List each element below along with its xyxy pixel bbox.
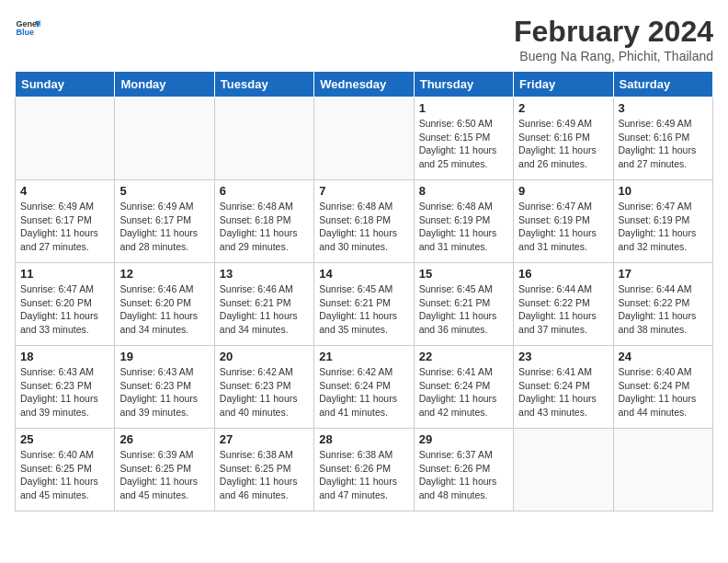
day-number: 23 <box>518 350 608 363</box>
logo: General Blue <box>15 15 40 40</box>
day-number: 3 <box>619 101 708 115</box>
day-info: Sunrise: 6:44 AM Sunset: 6:22 PM Dayligh… <box>619 282 708 337</box>
calendar-cell: 16Sunrise: 6:44 AM Sunset: 6:22 PM Dayli… <box>514 263 613 346</box>
calendar-cell: 21Sunrise: 6:42 AM Sunset: 6:24 PM Dayli… <box>314 346 414 429</box>
day-info: Sunrise: 6:48 AM Sunset: 6:18 PM Dayligh… <box>220 200 309 254</box>
day-number: 6 <box>220 184 309 198</box>
calendar-cell: 14Sunrise: 6:45 AM Sunset: 6:21 PM Dayli… <box>314 263 414 346</box>
day-number: 11 <box>20 267 109 281</box>
day-info: Sunrise: 6:49 AM Sunset: 6:17 PM Dayligh… <box>119 200 209 254</box>
calendar-cell: 23Sunrise: 6:41 AM Sunset: 6:24 PM Dayli… <box>514 346 613 429</box>
day-info: Sunrise: 6:39 AM Sunset: 6:25 PM Dayligh… <box>119 448 209 502</box>
day-info: Sunrise: 6:45 AM Sunset: 6:21 PM Dayligh… <box>319 282 408 337</box>
day-number: 2 <box>518 101 608 115</box>
month-title: February 2024 <box>514 15 713 49</box>
day-info: Sunrise: 6:50 AM Sunset: 6:15 PM Dayligh… <box>419 117 508 171</box>
location-title: Bueng Na Rang, Phichit, Thailand <box>514 49 713 63</box>
calendar-cell <box>115 98 214 180</box>
day-number: 12 <box>119 267 209 281</box>
day-number: 7 <box>319 184 408 198</box>
calendar-cell <box>214 98 313 180</box>
calendar-cell: 12Sunrise: 6:46 AM Sunset: 6:20 PM Dayli… <box>115 263 214 346</box>
week-row-3: 11Sunrise: 6:47 AM Sunset: 6:20 PM Dayli… <box>16 263 713 346</box>
day-info: Sunrise: 6:37 AM Sunset: 6:26 PM Dayligh… <box>419 448 508 502</box>
day-number: 8 <box>419 184 508 198</box>
day-info: Sunrise: 6:47 AM Sunset: 6:19 PM Dayligh… <box>518 200 608 254</box>
weekday-header-wednesday: Wednesday <box>314 72 414 98</box>
day-number: 26 <box>119 432 209 446</box>
calendar-cell <box>314 98 414 180</box>
day-info: Sunrise: 6:47 AM Sunset: 6:19 PM Dayligh… <box>619 200 708 254</box>
calendar-cell: 10Sunrise: 6:47 AM Sunset: 6:19 PM Dayli… <box>613 180 712 263</box>
day-info: Sunrise: 6:45 AM Sunset: 6:21 PM Dayligh… <box>419 282 508 337</box>
day-number: 14 <box>319 267 408 281</box>
calendar-cell: 20Sunrise: 6:42 AM Sunset: 6:23 PM Dayli… <box>214 346 313 429</box>
day-info: Sunrise: 6:44 AM Sunset: 6:22 PM Dayligh… <box>518 282 608 337</box>
calendar-cell: 9Sunrise: 6:47 AM Sunset: 6:19 PM Daylig… <box>514 180 613 263</box>
day-number: 19 <box>119 350 209 363</box>
day-number: 9 <box>518 184 608 198</box>
calendar-cell: 18Sunrise: 6:43 AM Sunset: 6:23 PM Dayli… <box>16 346 115 429</box>
day-number: 25 <box>20 432 109 446</box>
calendar-cell <box>514 429 613 511</box>
weekday-header-saturday: Saturday <box>613 72 712 98</box>
calendar-cell: 26Sunrise: 6:39 AM Sunset: 6:25 PM Dayli… <box>115 429 214 511</box>
day-number: 24 <box>619 350 708 363</box>
logo-icon: General Blue <box>15 15 40 40</box>
day-info: Sunrise: 6:40 AM Sunset: 6:25 PM Dayligh… <box>20 448 109 502</box>
calendar-cell: 3Sunrise: 6:49 AM Sunset: 6:16 PM Daylig… <box>613 98 712 180</box>
calendar-table: SundayMondayTuesdayWednesdayThursdayFrid… <box>15 71 713 511</box>
day-info: Sunrise: 6:47 AM Sunset: 6:20 PM Dayligh… <box>20 282 109 337</box>
svg-text:Blue: Blue <box>16 28 34 37</box>
day-number: 13 <box>220 267 309 281</box>
day-number: 15 <box>419 267 508 281</box>
day-number: 5 <box>119 184 209 198</box>
day-number: 21 <box>319 350 408 363</box>
day-info: Sunrise: 6:41 AM Sunset: 6:24 PM Dayligh… <box>419 365 508 419</box>
day-number: 22 <box>419 350 508 363</box>
day-info: Sunrise: 6:40 AM Sunset: 6:24 PM Dayligh… <box>619 365 708 419</box>
calendar-cell: 2Sunrise: 6:49 AM Sunset: 6:16 PM Daylig… <box>514 98 613 180</box>
week-row-4: 18Sunrise: 6:43 AM Sunset: 6:23 PM Dayli… <box>16 346 713 429</box>
calendar-cell: 28Sunrise: 6:38 AM Sunset: 6:26 PM Dayli… <box>314 429 414 511</box>
weekday-header-friday: Friday <box>514 72 613 98</box>
day-number: 28 <box>319 432 408 446</box>
day-number: 16 <box>518 267 608 281</box>
day-number: 29 <box>419 432 508 446</box>
week-row-5: 25Sunrise: 6:40 AM Sunset: 6:25 PM Dayli… <box>16 429 713 511</box>
day-info: Sunrise: 6:43 AM Sunset: 6:23 PM Dayligh… <box>119 365 209 419</box>
week-row-1: 1Sunrise: 6:50 AM Sunset: 6:15 PM Daylig… <box>16 98 713 180</box>
day-info: Sunrise: 6:41 AM Sunset: 6:24 PM Dayligh… <box>518 365 608 419</box>
day-info: Sunrise: 6:42 AM Sunset: 6:24 PM Dayligh… <box>319 365 408 419</box>
day-info: Sunrise: 6:38 AM Sunset: 6:25 PM Dayligh… <box>220 448 309 502</box>
day-info: Sunrise: 6:46 AM Sunset: 6:21 PM Dayligh… <box>220 282 309 337</box>
calendar-cell: 27Sunrise: 6:38 AM Sunset: 6:25 PM Dayli… <box>214 429 313 511</box>
calendar-cell: 15Sunrise: 6:45 AM Sunset: 6:21 PM Dayli… <box>414 263 513 346</box>
day-number: 27 <box>220 432 309 446</box>
day-number: 18 <box>20 350 109 363</box>
day-number: 10 <box>619 184 708 198</box>
calendar-cell: 11Sunrise: 6:47 AM Sunset: 6:20 PM Dayli… <box>16 263 115 346</box>
calendar-cell <box>613 429 712 511</box>
calendar-cell: 17Sunrise: 6:44 AM Sunset: 6:22 PM Dayli… <box>613 263 712 346</box>
header: General Blue February 2024 Bueng Na Rang… <box>15 15 713 63</box>
calendar-cell: 24Sunrise: 6:40 AM Sunset: 6:24 PM Dayli… <box>613 346 712 429</box>
day-info: Sunrise: 6:48 AM Sunset: 6:18 PM Dayligh… <box>319 200 408 254</box>
calendar-cell: 19Sunrise: 6:43 AM Sunset: 6:23 PM Dayli… <box>115 346 214 429</box>
day-info: Sunrise: 6:49 AM Sunset: 6:16 PM Dayligh… <box>619 117 708 171</box>
day-number: 1 <box>419 101 508 115</box>
day-info: Sunrise: 6:46 AM Sunset: 6:20 PM Dayligh… <box>119 282 209 337</box>
day-number: 4 <box>20 184 109 198</box>
weekday-header-tuesday: Tuesday <box>214 72 313 98</box>
day-info: Sunrise: 6:42 AM Sunset: 6:23 PM Dayligh… <box>220 365 309 419</box>
day-number: 20 <box>220 350 309 363</box>
weekday-header-sunday: Sunday <box>16 72 115 98</box>
calendar-cell: 8Sunrise: 6:48 AM Sunset: 6:19 PM Daylig… <box>414 180 513 263</box>
calendar-cell: 4Sunrise: 6:49 AM Sunset: 6:17 PM Daylig… <box>16 180 115 263</box>
calendar-cell: 25Sunrise: 6:40 AM Sunset: 6:25 PM Dayli… <box>16 429 115 511</box>
calendar-cell: 1Sunrise: 6:50 AM Sunset: 6:15 PM Daylig… <box>414 98 513 180</box>
day-info: Sunrise: 6:38 AM Sunset: 6:26 PM Dayligh… <box>319 448 408 502</box>
weekday-header-thursday: Thursday <box>414 72 513 98</box>
day-info: Sunrise: 6:48 AM Sunset: 6:19 PM Dayligh… <box>419 200 508 254</box>
calendar-cell: 6Sunrise: 6:48 AM Sunset: 6:18 PM Daylig… <box>214 180 313 263</box>
